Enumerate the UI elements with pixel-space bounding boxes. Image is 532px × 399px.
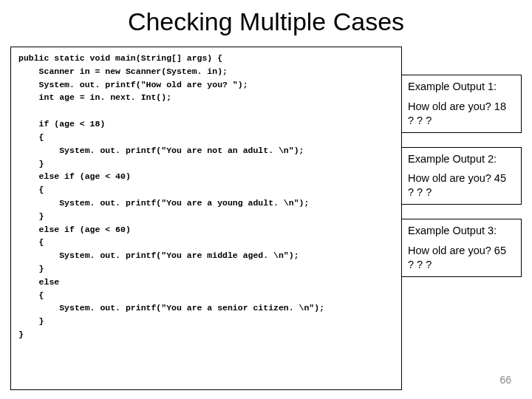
examples-column: Example Output 1: How old are you? 18 ? … <box>401 47 522 390</box>
example-label: Example Output 3: <box>408 224 515 238</box>
page-number: 66 <box>499 374 511 386</box>
slide-title: Checking Multiple Cases <box>0 0 532 47</box>
example-body: How old are you? 45 ? ? ? <box>408 171 515 200</box>
example-box-3: Example Output 3: How old are you? 65 ? … <box>401 219 522 277</box>
example-label: Example Output 1: <box>408 80 515 94</box>
example-box-2: Example Output 2: How old are you? 45 ? … <box>401 147 522 205</box>
example-box-1: Example Output 1: How old are you? 18 ? … <box>401 75 522 133</box>
example-body: How old are you? 18 ? ? ? <box>408 100 515 128</box>
content-row: public static void main(String[] args) {… <box>0 47 532 390</box>
spacer <box>401 204 522 219</box>
spacer <box>401 47 522 75</box>
example-body: How old are you? 65 ? ? ? <box>408 244 515 272</box>
spacer <box>401 132 522 147</box>
code-block: public static void main(String[] args) {… <box>10 47 402 390</box>
example-label: Example Output 2: <box>408 152 515 166</box>
